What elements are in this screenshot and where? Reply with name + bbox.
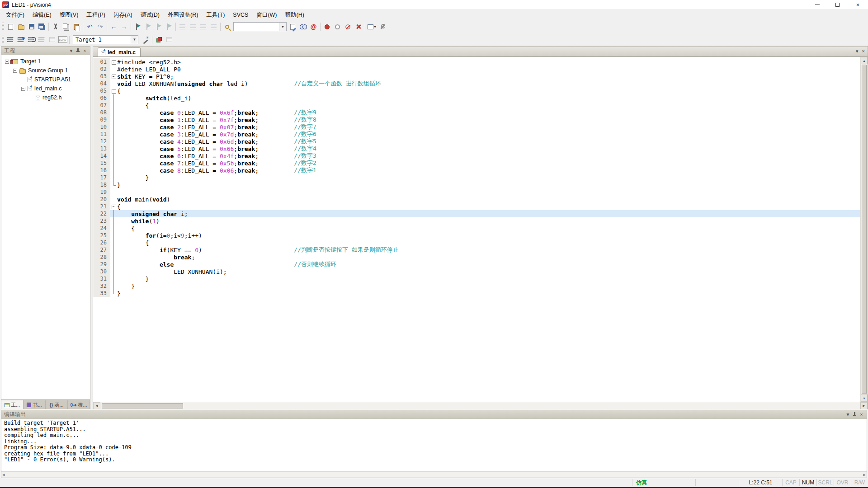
code-line-13[interactable]: 13 case 5:LED_ALL = 0x66;break; //数字4: [93, 145, 860, 152]
output-panel-pin-icon[interactable]: [851, 412, 858, 417]
search-icon[interactable]: [222, 22, 232, 32]
tab-list-dropdown-icon[interactable]: ▾: [856, 48, 859, 54]
code-line-16[interactable]: 16 case 8:LED_ALL = 0x06;break; //数字1: [93, 167, 860, 174]
code-line-09[interactable]: 09 case 1:LED_ALL = 0x7f;break; //数字8: [93, 116, 860, 123]
insert-breakpoint-button[interactable]: [322, 22, 332, 32]
toolbar-grip[interactable]: [2, 23, 4, 31]
download-button[interactable]: LOAD: [57, 35, 68, 45]
code-line-26[interactable]: 26 {: [93, 239, 860, 246]
panel-tab-2[interactable]: {}函...: [46, 400, 68, 409]
configure-tools-button[interactable]: [377, 22, 387, 32]
vertical-scroll-thumb[interactable]: [862, 65, 867, 394]
target-select-arrow[interactable]: ▼: [131, 36, 138, 44]
fold-collapse-icon[interactable]: [110, 73, 117, 80]
target-options-button[interactable]: [140, 35, 151, 45]
tree-expander-icon[interactable]: [5, 60, 9, 64]
build-output-text[interactable]: Build target 'Target 1'assembling STARTU…: [1, 419, 867, 471]
code-line-25[interactable]: 25 for(i=0;i<9;i++): [93, 232, 860, 239]
code-line-27[interactable]: 27 if(KEY == 0) //判断是否按键按下 如果是则循环停止: [93, 246, 860, 253]
code-line-32[interactable]: 32 }: [93, 282, 860, 290]
rebuild-button[interactable]: [26, 35, 37, 45]
code-area[interactable]: 01#include <reg52.h>02#define LED_ALL P0…: [93, 57, 860, 402]
menu-item-6[interactable]: 外围设备(R): [164, 10, 202, 20]
editor-horizontal-scrollbar[interactable]: ◀ ▶: [93, 402, 868, 409]
tree-item-reg52-h[interactable]: reg52.h: [1, 93, 90, 102]
disable-all-breakpoints-button[interactable]: [343, 22, 353, 32]
incremental-find-button[interactable]: @: [308, 22, 319, 32]
code-line-01[interactable]: 01#include <reg52.h>: [93, 58, 860, 66]
project-panel-menu-icon[interactable]: ▼: [68, 48, 75, 53]
find-in-files-button[interactable]: [288, 22, 298, 32]
undo-button[interactable]: ↶: [85, 22, 95, 32]
menu-item-3[interactable]: 工程(P): [82, 10, 109, 20]
code-line-03[interactable]: 03sbit KEY = P1^0;: [93, 73, 860, 80]
tree-item-target-1[interactable]: Target 1: [1, 57, 90, 66]
tab-close-icon[interactable]: ×: [862, 48, 865, 54]
find-button[interactable]: [298, 22, 308, 32]
menu-item-2[interactable]: 视图(V): [56, 10, 83, 20]
scroll-right-arrow[interactable]: ▶: [860, 402, 868, 409]
target-select[interactable]: Target 1 ▼: [73, 35, 138, 44]
nav-forward-button[interactable]: →: [119, 22, 129, 32]
find-combobox[interactable]: ▼: [233, 22, 287, 31]
tab-led-main-c[interactable]: led_main.c: [98, 47, 141, 56]
menu-item-4[interactable]: 闪存(A): [109, 10, 137, 20]
code-line-12[interactable]: 12 case 4:LED_ALL = 0x6d;break; //数字5: [93, 138, 860, 145]
redo-button[interactable]: ↷: [95, 22, 105, 32]
code-line-33[interactable]: 33}: [93, 290, 860, 297]
code-line-20[interactable]: 20void main(void): [93, 196, 860, 203]
outdent-button[interactable]: [188, 22, 198, 32]
menu-item-8[interactable]: SVCS: [229, 10, 252, 19]
code-line-23[interactable]: 23 while(1): [93, 217, 860, 225]
menu-item-1[interactable]: 编辑(E): [28, 10, 56, 20]
minimize-button[interactable]: [807, 0, 827, 10]
uncomment-button[interactable]: [208, 22, 219, 32]
menu-item-9[interactable]: 窗口(W): [252, 10, 281, 20]
enable-breakpoint-button[interactable]: [332, 22, 343, 32]
scroll-up-arrow[interactable]: ▲: [861, 57, 868, 64]
code-line-17[interactable]: 17 }: [93, 174, 860, 181]
kill-all-breakpoints-button[interactable]: [353, 22, 363, 32]
menu-item-10[interactable]: 帮助(H): [281, 10, 308, 20]
toolbar-grip[interactable]: [2, 36, 4, 44]
fold-collapse-icon[interactable]: [110, 87, 117, 94]
code-line-28[interactable]: 28 break;: [93, 253, 860, 261]
translate-button[interactable]: [5, 35, 16, 45]
panel-tab-0[interactable]: 工...: [1, 400, 24, 409]
tree-expander-icon[interactable]: [21, 87, 25, 91]
editor-vertical-scrollbar[interactable]: ▲ ▼: [860, 57, 868, 402]
code-line-30[interactable]: 30 LED_XUNHUAN(i);: [93, 268, 860, 275]
project-panel-pin-icon[interactable]: [75, 48, 81, 53]
fold-collapse-icon[interactable]: [110, 58, 117, 66]
find-dropdown-arrow[interactable]: ▼: [279, 23, 286, 31]
menu-item-0[interactable]: 文件(F): [2, 10, 28, 20]
code-line-10[interactable]: 10 case 2:LED_ALL = 0x07;break; //数字7: [93, 123, 860, 131]
indent-button[interactable]: [177, 22, 188, 32]
code-line-11[interactable]: 11 case 3:LED_ALL = 0x7d;break; //数字6: [93, 131, 860, 138]
code-line-15[interactable]: 15 case 7:LED_ALL = 0x5b;break; //数字2: [93, 160, 860, 167]
code-line-06[interactable]: 06 switch(led_i): [93, 94, 860, 102]
output-panel-close-icon[interactable]: ×: [858, 412, 865, 417]
output-scrollbar[interactable]: ◀ ▶: [1, 471, 867, 478]
clear-bookmarks-button[interactable]: [164, 22, 174, 32]
build-button[interactable]: [16, 35, 26, 45]
project-panel-close-icon[interactable]: ×: [81, 48, 88, 53]
code-line-22[interactable]: 22 unsigned char i;: [93, 210, 860, 217]
code-line-31[interactable]: 31 }: [93, 275, 860, 282]
tree-item-source-group-1[interactable]: Source Group 1: [1, 66, 90, 75]
next-bookmark-button[interactable]: [153, 22, 164, 32]
output-panel-menu-icon[interactable]: ▼: [844, 412, 851, 417]
stop-build-button[interactable]: [47, 35, 57, 45]
nav-back-button[interactable]: ←: [108, 22, 119, 32]
code-line-21[interactable]: 21{: [93, 203, 860, 210]
output-scroll-right-arrow[interactable]: ▶: [863, 473, 866, 477]
output-scroll-left-arrow[interactable]: ◀: [2, 473, 5, 477]
comment-button[interactable]: [198, 22, 208, 32]
menu-item-7[interactable]: 工具(T): [202, 10, 229, 20]
fold-collapse-icon[interactable]: [110, 203, 117, 210]
open-file-button[interactable]: [16, 22, 26, 32]
paste-button[interactable]: [71, 22, 81, 32]
save-all-button[interactable]: [37, 22, 47, 32]
tree-expander-icon[interactable]: [13, 69, 17, 73]
debug-windows-button[interactable]: ▾: [367, 22, 377, 32]
